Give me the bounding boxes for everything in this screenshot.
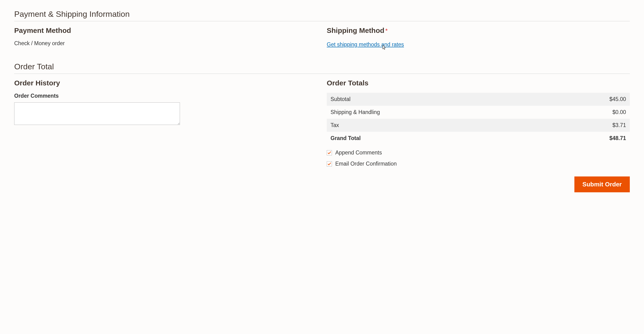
append-comments-label: Append Comments (335, 149, 382, 156)
shipping-method-col: Shipping Method* Get shipping methods an… (327, 26, 630, 48)
tax-value: $3.71 (539, 119, 630, 132)
payment-shipping-row: Payment Method Check / Money order Shipp… (14, 26, 630, 48)
shipping-method-heading: Shipping Method* (327, 26, 630, 34)
subtotal-value: $45.00 (539, 93, 630, 106)
shipping-method-heading-text: Shipping Method (327, 26, 384, 34)
get-shipping-methods-link[interactable]: Get shipping methods and rates (327, 41, 404, 48)
shipping-handling-label: Shipping & Handling (327, 106, 539, 119)
table-row: Grand Total $48.71 (327, 132, 630, 145)
append-comments-checkbox[interactable] (327, 150, 332, 155)
table-row: Tax $3.71 (327, 119, 630, 132)
order-comments-textarea[interactable] (14, 102, 180, 125)
payment-method-heading: Payment Method (14, 26, 317, 34)
submit-order-button[interactable]: Submit Order (574, 176, 630, 192)
email-confirmation-label: Email Order Confirmation (335, 161, 396, 167)
order-total-row: Order History Order Comments Order Total… (14, 79, 630, 192)
payment-method-value: Check / Money order (14, 40, 317, 47)
payment-method-col: Payment Method Check / Money order (14, 26, 317, 48)
check-icon (328, 151, 331, 155)
shipping-handling-value: $0.00 (539, 106, 630, 119)
subtotal-label: Subtotal (327, 93, 539, 106)
email-confirmation-checkbox[interactable] (327, 161, 332, 167)
table-row: Shipping & Handling $0.00 (327, 106, 630, 119)
order-history-heading: Order History (14, 79, 317, 87)
order-totals-table: Subtotal $45.00 Shipping & Handling $0.0… (327, 93, 630, 145)
order-total-section-title: Order Total (14, 62, 630, 74)
check-icon (328, 162, 331, 166)
submit-row: Submit Order (327, 176, 630, 192)
order-comments-label: Order Comments (14, 93, 317, 99)
order-history-col: Order History Order Comments (14, 79, 317, 192)
append-comments-row: Append Comments (327, 149, 630, 156)
cursor-pointer-icon (382, 44, 387, 51)
email-confirmation-row: Email Order Confirmation (327, 161, 630, 167)
table-row: Subtotal $45.00 (327, 93, 630, 106)
grand-total-value: $48.71 (539, 132, 630, 145)
required-star-icon: * (385, 27, 388, 34)
payment-shipping-section-title: Payment & Shipping Information (14, 9, 630, 21)
order-totals-heading: Order Totals (327, 79, 630, 87)
grand-total-label: Grand Total (327, 132, 539, 145)
tax-label: Tax (327, 119, 539, 132)
order-totals-col: Order Totals Subtotal $45.00 Shipping & … (327, 79, 630, 192)
